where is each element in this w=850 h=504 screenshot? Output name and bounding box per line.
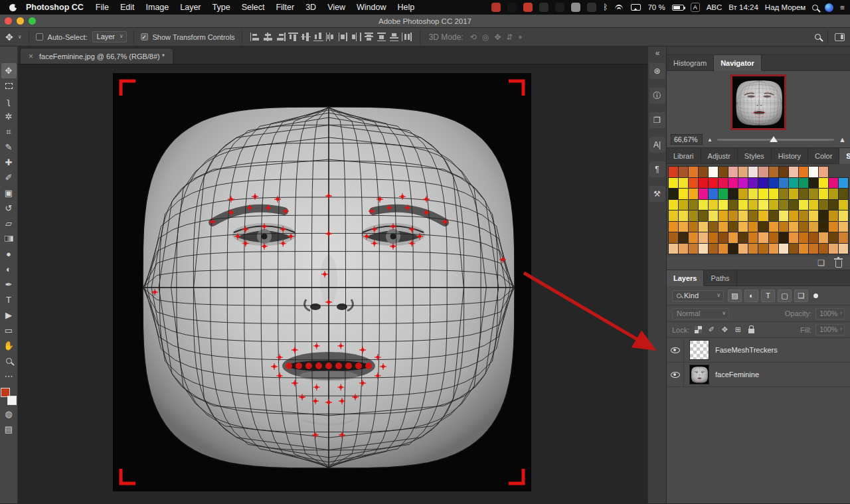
blend-mode-dropdown[interactable]: Normal xyxy=(672,308,729,319)
minimize-window-button[interactable] xyxy=(17,17,24,25)
swatch-r2c16[interactable] xyxy=(819,178,828,189)
menu-item-3d[interactable]: 3D xyxy=(305,3,316,12)
menu-item-image[interactable]: Image xyxy=(146,3,169,12)
swatch-r7c2[interactable] xyxy=(679,232,688,243)
lasso-tool[interactable]: ʅ xyxy=(1,94,17,109)
swatch-r4c6[interactable] xyxy=(719,200,728,210)
tab-librari[interactable]: Librari xyxy=(667,148,701,163)
swatch-r6c11[interactable] xyxy=(769,222,778,232)
swatch-r6c8[interactable] xyxy=(738,222,748,232)
swatch-r8c17[interactable] xyxy=(829,244,838,254)
swatch-r8c5[interactable] xyxy=(709,244,718,254)
navigator-zoom-value[interactable]: 66,67% xyxy=(671,134,703,145)
dist-top-icon[interactable] xyxy=(364,33,374,41)
zoom-out-icon[interactable]: ▲ xyxy=(707,137,713,143)
swatch-r2c11[interactable] xyxy=(769,178,778,189)
call-app-icon[interactable] xyxy=(491,3,501,12)
swatch-r7c5[interactable] xyxy=(709,232,718,243)
swatch-r4c2[interactable] xyxy=(679,200,688,210)
swatch-r7c1[interactable] xyxy=(669,232,678,243)
quick-selection-tool[interactable]: ✲ xyxy=(1,109,17,124)
swatch-r6c15[interactable] xyxy=(809,222,818,232)
hand-tool[interactable]: ✋ xyxy=(1,338,17,353)
check-app-icon[interactable] xyxy=(507,3,517,12)
menu-item-help[interactable]: Help xyxy=(398,3,415,12)
align-left-icon[interactable] xyxy=(250,33,260,41)
apple-menu-icon[interactable] xyxy=(9,4,17,11)
menu-item-view[interactable]: View xyxy=(327,3,345,12)
menu-item-select[interactable]: Select xyxy=(242,3,265,12)
swatch-r8c13[interactable] xyxy=(789,244,798,254)
swatch-r1c9[interactable] xyxy=(748,167,758,177)
swatch-r1c13[interactable] xyxy=(789,167,798,177)
swatch-r4c15[interactable] xyxy=(809,200,818,210)
close-tab-icon[interactable]: × xyxy=(29,52,33,61)
align-right-icon[interactable] xyxy=(276,33,286,41)
spot-healing-brush-tool[interactable]: ✚ xyxy=(1,155,17,170)
swatch-r7c4[interactable] xyxy=(699,232,708,243)
swatch-r2c12[interactable] xyxy=(779,178,788,189)
swatch-r2c10[interactable] xyxy=(758,178,768,189)
crop-tool[interactable]: ⌗ xyxy=(1,124,17,139)
swatch-r8c18[interactable] xyxy=(839,244,848,254)
swatch-r5c18[interactable] xyxy=(839,210,848,221)
swatch-r8c1[interactable] xyxy=(669,244,678,254)
swatch-r3c14[interactable] xyxy=(799,189,808,199)
swatch-r5c2[interactable] xyxy=(679,210,688,221)
navigator-preview[interactable] xyxy=(730,74,786,130)
swatch-r3c4[interactable] xyxy=(699,189,708,199)
layer-filter-dropdown[interactable]: Kind xyxy=(672,290,724,301)
pen-tool[interactable]: ✒ xyxy=(1,277,17,292)
swatch-r8c7[interactable] xyxy=(728,244,738,254)
tab-styles[interactable]: Styles xyxy=(738,148,772,163)
swatch-r8c16[interactable] xyxy=(819,244,828,254)
quick-mask-button[interactable]: ◍ xyxy=(1,406,17,422)
swatch-r2c14[interactable] xyxy=(799,178,808,189)
swatch-r2c4[interactable] xyxy=(699,178,708,189)
wifi-icon[interactable] xyxy=(614,4,624,11)
swatch-r2c13[interactable] xyxy=(789,178,798,189)
orbit-3d-icon[interactable]: ⟲ xyxy=(470,33,477,42)
lock-all-icon[interactable] xyxy=(746,325,756,334)
swatch-r7c11[interactable] xyxy=(769,232,778,243)
lock-position-icon[interactable]: ✥ xyxy=(720,325,729,334)
blur-tool[interactable]: ● xyxy=(1,246,17,262)
swatch-r6c1[interactable] xyxy=(669,222,678,232)
filter-adjustment-layers-icon[interactable]: ◐ xyxy=(744,290,758,302)
paragraph-panel-icon[interactable]: ¶ xyxy=(649,161,665,177)
move-tool[interactable]: ✥ xyxy=(1,63,17,78)
lock-pixels-icon[interactable]: ✐ xyxy=(707,325,716,334)
swatch-r7c6[interactable] xyxy=(719,232,728,243)
swatch-r6c7[interactable] xyxy=(728,222,738,232)
swatch-r2c5[interactable] xyxy=(709,178,718,189)
swatch-r6c10[interactable] xyxy=(758,222,768,232)
swatch-r4c7[interactable] xyxy=(728,200,738,210)
layer-name[interactable]: FaseMeshTreckers xyxy=(715,346,778,354)
pan-3d-icon[interactable]: ✥ xyxy=(494,33,501,42)
menu-item-layer[interactable]: Layer xyxy=(180,3,201,12)
maximize-window-button[interactable] xyxy=(29,17,36,25)
swatch-r8c12[interactable] xyxy=(779,244,788,254)
brush-tool[interactable]: ✐ xyxy=(1,170,17,185)
zoom-slider-thumb[interactable] xyxy=(770,136,778,142)
tab-histogram[interactable]: Histogram xyxy=(667,55,714,70)
fill-value[interactable]: 100% xyxy=(815,324,845,335)
swatch-r7c18[interactable] xyxy=(839,232,848,243)
dist-hcenter-icon[interactable] xyxy=(339,33,349,41)
swatch-r4c18[interactable] xyxy=(839,200,848,210)
actions-panel-icon[interactable]: ⊛ xyxy=(649,63,665,79)
screen-mode-button[interactable]: ▤ xyxy=(1,422,17,437)
character-panel-icon[interactable]: A| xyxy=(649,137,665,153)
search-icon[interactable] xyxy=(815,34,821,40)
slide-3d-icon[interactable]: ⇵ xyxy=(506,33,513,42)
tab-color[interactable]: Color xyxy=(808,148,839,163)
rectangle-tool[interactable]: ▭ xyxy=(1,323,17,338)
swatch-r4c3[interactable] xyxy=(689,200,698,210)
swatch-r2c15[interactable] xyxy=(809,178,818,189)
auto-select-dropdown[interactable]: Layer xyxy=(92,31,127,42)
swatch-r6c6[interactable] xyxy=(719,222,728,232)
swatch-r7c7[interactable] xyxy=(728,232,738,243)
swatch-r4c12[interactable] xyxy=(779,200,788,210)
bars-app-icon[interactable] xyxy=(587,3,596,12)
camera-3d-icon[interactable]: ⌖ xyxy=(518,33,523,42)
